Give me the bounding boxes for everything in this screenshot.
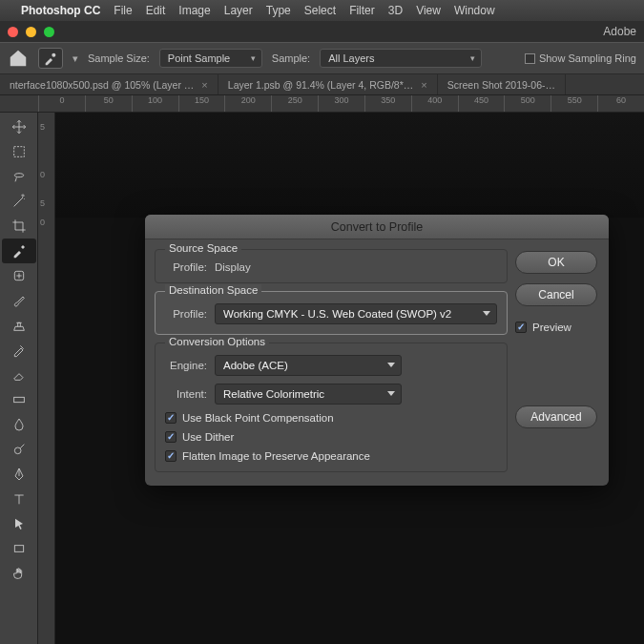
window-chrome: Adobe bbox=[0, 21, 644, 42]
path-selection-tool-icon[interactable] bbox=[2, 511, 36, 536]
source-profile-value: Display bbox=[215, 261, 251, 273]
blur-tool-icon[interactable] bbox=[2, 412, 36, 437]
svg-point-0 bbox=[52, 53, 55, 57]
advanced-button[interactable]: Advanced bbox=[515, 405, 597, 428]
engine-label: Engine: bbox=[165, 360, 207, 371]
crop-tool-icon[interactable] bbox=[2, 214, 36, 239]
options-bar: ▾ Sample Size: Point Sample Sample: All … bbox=[0, 42, 644, 74]
menu-view[interactable]: View bbox=[416, 4, 441, 17]
ok-button[interactable]: OK bbox=[515, 251, 597, 274]
clone-stamp-tool-icon[interactable] bbox=[2, 313, 36, 338]
brush-tool-icon[interactable] bbox=[2, 288, 36, 313]
source-space-legend: Source Space bbox=[165, 242, 241, 254]
home-icon[interactable] bbox=[8, 48, 29, 69]
ruler-vertical: 5 0 5 0 bbox=[38, 113, 55, 644]
svg-rect-3 bbox=[13, 397, 24, 402]
menu-layer[interactable]: Layer bbox=[224, 4, 253, 17]
move-tool-icon[interactable] bbox=[2, 114, 36, 139]
menu-select[interactable]: Select bbox=[304, 4, 336, 17]
mac-menubar: Photoshop CC File Edit Image Layer Type … bbox=[0, 0, 644, 21]
svg-rect-5 bbox=[14, 546, 23, 552]
checkbox-icon bbox=[165, 412, 177, 424]
source-space-group: Source Space Profile: Display bbox=[155, 249, 508, 283]
tab-close-icon[interactable]: × bbox=[201, 79, 207, 91]
black-point-checkbox[interactable]: Use Black Point Compensation bbox=[165, 412, 497, 424]
conversion-options-group: Conversion Options Engine: Adobe (ACE) I… bbox=[155, 343, 508, 472]
eraser-tool-icon[interactable] bbox=[2, 363, 36, 387]
pen-tool-icon[interactable] bbox=[2, 462, 36, 487]
dialog-title: Convert to Profile bbox=[145, 215, 609, 239]
dodge-tool-icon[interactable] bbox=[2, 437, 36, 462]
menu-window[interactable]: Window bbox=[454, 4, 495, 17]
intent-label: Intent: bbox=[165, 388, 207, 400]
ruler-horizontal: 05010015020025030035040045050055060 bbox=[0, 95, 644, 113]
traffic-light-close[interactable] bbox=[8, 27, 18, 37]
healing-brush-tool-icon[interactable] bbox=[2, 263, 36, 288]
preview-checkbox[interactable]: Preview bbox=[515, 322, 597, 333]
sample-size-label: Sample Size: bbox=[88, 52, 150, 64]
traffic-light-minimize[interactable] bbox=[26, 27, 36, 37]
menu-file[interactable]: File bbox=[114, 4, 132, 17]
checkbox-icon bbox=[165, 450, 177, 462]
checkbox-icon bbox=[515, 322, 527, 333]
gradient-tool-icon[interactable] bbox=[2, 387, 36, 412]
menu-edit[interactable]: Edit bbox=[146, 4, 166, 17]
menu-type[interactable]: Type bbox=[266, 4, 291, 17]
conversion-options-legend: Conversion Options bbox=[165, 336, 269, 347]
menu-app-name[interactable]: Photoshop CC bbox=[21, 4, 100, 17]
magic-wand-tool-icon[interactable] bbox=[2, 189, 36, 214]
eyedropper-tool-icon[interactable] bbox=[2, 239, 36, 263]
cancel-button[interactable]: Cancel bbox=[515, 283, 597, 306]
sample-size-dropdown[interactable]: Point Sample bbox=[159, 49, 262, 68]
destination-space-group: Destination Space Profile: Working CMYK … bbox=[155, 291, 508, 335]
svg-point-4 bbox=[14, 447, 21, 454]
convert-to-profile-dialog: Convert to Profile Source Space Profile:… bbox=[145, 215, 609, 486]
tab-close-icon[interactable]: × bbox=[421, 79, 426, 91]
hand-tool-icon[interactable] bbox=[2, 561, 36, 586]
engine-dropdown[interactable]: Adobe (ACE) bbox=[215, 355, 402, 376]
document-tab[interactable]: Screen Shot 2019-06-… bbox=[438, 74, 566, 94]
use-dither-checkbox[interactable]: Use Dither bbox=[165, 431, 497, 443]
type-tool-icon[interactable] bbox=[2, 487, 36, 511]
eyedropper-tool-swatch[interactable] bbox=[38, 48, 63, 69]
document-tabs: nterface1080x500.psd @ 105% (Layer …× La… bbox=[0, 74, 644, 95]
show-sampling-ring-checkbox[interactable]: Show Sampling Ring bbox=[525, 52, 636, 64]
source-profile-label: Profile: bbox=[165, 261, 207, 273]
destination-profile-label: Profile: bbox=[165, 308, 207, 320]
app-brand-label: Adobe bbox=[603, 25, 636, 38]
sample-dropdown[interactable]: All Layers bbox=[320, 49, 482, 68]
destination-space-legend: Destination Space bbox=[165, 284, 261, 296]
menu-3d[interactable]: 3D bbox=[388, 4, 403, 17]
document-tab[interactable]: nterface1080x500.psd @ 105% (Layer …× bbox=[0, 74, 218, 94]
traffic-light-zoom[interactable] bbox=[44, 27, 54, 37]
marquee-tool-icon[interactable] bbox=[2, 139, 36, 164]
rectangle-tool-icon[interactable] bbox=[2, 536, 36, 561]
document-tab[interactable]: Layer 1.psb @ 91.4% (Layer 4, RGB/8*…× bbox=[218, 74, 438, 94]
history-brush-tool-icon[interactable] bbox=[2, 338, 36, 363]
lasso-tool-icon[interactable] bbox=[2, 164, 36, 189]
menu-image[interactable]: Image bbox=[178, 4, 210, 17]
tools-panel bbox=[0, 113, 38, 644]
menu-filter[interactable]: Filter bbox=[349, 4, 375, 17]
checkbox-icon bbox=[165, 431, 177, 443]
svg-rect-1 bbox=[13, 147, 24, 157]
intent-dropdown[interactable]: Relative Colorimetric bbox=[215, 384, 402, 405]
flatten-image-checkbox[interactable]: Flatten Image to Preserve Appearance bbox=[165, 450, 497, 462]
sample-label: Sample: bbox=[272, 52, 310, 64]
destination-profile-dropdown[interactable]: Working CMYK - U.S. Web Coated (SWOP) v2 bbox=[215, 303, 497, 324]
